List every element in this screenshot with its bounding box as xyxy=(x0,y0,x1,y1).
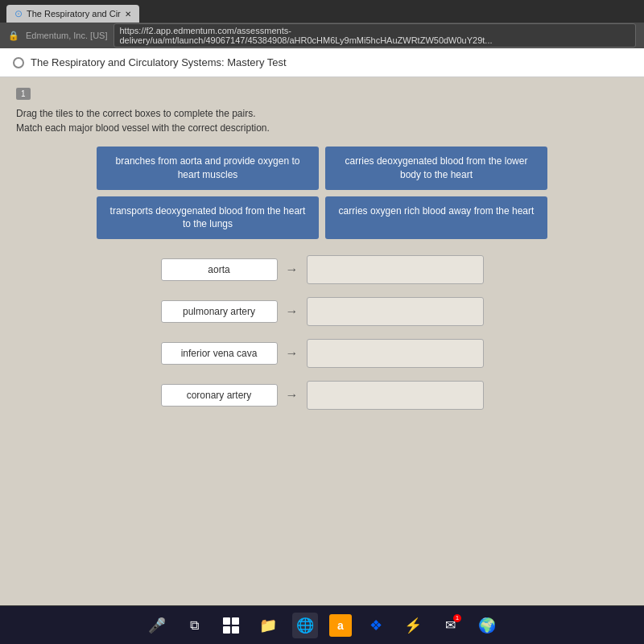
browser-tab[interactable]: ⊙ The Respiratory and Cir ✕ xyxy=(6,5,139,23)
taskbar-lightning[interactable]: ⚡ xyxy=(400,613,426,638)
taskbar-edge[interactable]: 🌐 xyxy=(292,613,318,638)
svg-rect-0 xyxy=(223,617,230,625)
tile-4[interactable]: carries oxygen rich blood away from the … xyxy=(325,196,547,240)
match-row-pulmonary: pulmonary artery → xyxy=(161,297,484,326)
tile-2[interactable]: carries deoxygenated blood from the lowe… xyxy=(325,147,547,190)
tab-label: The Respiratory and Cir xyxy=(27,9,121,19)
match-label-aorta: aorta xyxy=(161,258,278,281)
taskbar-file-explorer[interactable]: 📁 xyxy=(255,613,281,638)
tab-close-button[interactable]: ✕ xyxy=(125,10,131,19)
drop-box-aorta[interactable] xyxy=(307,255,484,284)
svg-rect-3 xyxy=(232,626,239,634)
tile-1[interactable]: branches from aorta and provide oxygen t… xyxy=(97,147,319,190)
taskbar: 🎤 ⧉ 📁 🌐 a ❖ ⚡ ✉ 1 🌍 xyxy=(0,605,644,644)
taskbar-start-menu[interactable] xyxy=(218,613,244,638)
tiles-section: branches from aorta and provide oxygen t… xyxy=(97,147,547,239)
site-label: Edmentum, Inc. [US] xyxy=(26,31,107,40)
main-area: 1 Drag the tiles to the correct boxes to… xyxy=(0,77,644,605)
drop-box-coronary[interactable] xyxy=(307,381,484,410)
question-badge: 1 xyxy=(16,88,31,100)
taskbar-amazon[interactable]: a xyxy=(329,614,352,637)
url-bar[interactable]: https://f2.app.edmentum.com/assessments-… xyxy=(114,23,636,47)
nav-circle-icon xyxy=(13,57,24,68)
taskbar-multiwindow[interactable]: ⧉ xyxy=(181,613,207,638)
instruction-match: Match each major blood vessel with the c… xyxy=(16,122,628,134)
page-title: The Respiratory and Circulatory Systems:… xyxy=(31,56,287,68)
taskbar-globe[interactable]: 🌍 xyxy=(474,613,500,638)
page-content: The Respiratory and Circulatory Systems:… xyxy=(0,48,644,605)
match-row-aorta: aorta → xyxy=(161,255,484,284)
lock-icon: 🔒 xyxy=(8,31,19,41)
tab-bar: ⊙ The Respiratory and Cir ✕ xyxy=(0,0,644,23)
match-label-pulmonary: pulmonary artery xyxy=(161,300,278,323)
matching-section: aorta → pulmonary artery → inferior vena… xyxy=(16,255,628,410)
arrow-coronary: → xyxy=(286,388,299,402)
tab-favicon: ⊙ xyxy=(14,8,23,19)
taskbar-dropbox[interactable]: ❖ xyxy=(363,613,389,638)
svg-rect-2 xyxy=(223,626,230,634)
tile-3[interactable]: transports deoxygenated blood from the h… xyxy=(97,196,319,240)
svg-rect-1 xyxy=(232,617,239,625)
match-label-coronary: coronary artery xyxy=(161,384,278,407)
browser-chrome: ⊙ The Respiratory and Cir ✕ 🔒 Edmentum, … xyxy=(0,0,644,48)
address-bar: 🔒 Edmentum, Inc. [US] https://f2.app.edm… xyxy=(0,23,644,48)
drop-box-pulmonary[interactable] xyxy=(307,297,484,326)
match-label-inferior: inferior vena cava xyxy=(161,342,278,365)
arrow-pulmonary: → xyxy=(286,304,299,319)
match-row-inferior: inferior vena cava → xyxy=(161,339,484,368)
top-bar: The Respiratory and Circulatory Systems:… xyxy=(0,48,644,77)
match-row-coronary: coronary artery → xyxy=(161,381,484,410)
drop-box-inferior[interactable] xyxy=(307,339,484,368)
taskbar-microphone[interactable]: 🎤 xyxy=(144,613,170,638)
arrow-inferior: → xyxy=(286,346,299,361)
arrow-aorta: → xyxy=(286,262,299,277)
taskbar-mail[interactable]: ✉ 1 xyxy=(437,613,463,638)
instruction-drag: Drag the tiles to the correct boxes to c… xyxy=(16,108,628,119)
